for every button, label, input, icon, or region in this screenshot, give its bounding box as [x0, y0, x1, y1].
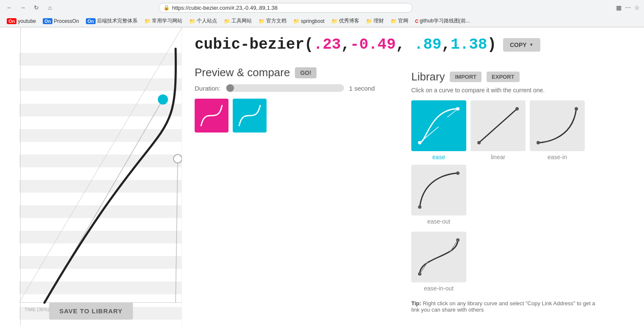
svg-line-16: [420, 261, 428, 274]
library-section: Library IMPORT EXPORT Click on a curve t…: [411, 70, 631, 313]
bookmark-github[interactable]: C github学习路线图(前...: [413, 17, 473, 25]
svg-line-2: [176, 159, 178, 303]
preview-box-teal[interactable]: [233, 99, 267, 133]
curve-thumb-ease-out: [411, 165, 466, 215]
two-col-layout: Preview & compare GO! Duration: 1 second: [195, 66, 631, 313]
curve-canvas[interactable]: PROGRESSION (111%) TIME (36%): [0, 28, 182, 326]
bookmark-tools-label: 工具网站: [231, 17, 252, 25]
bookmark-springboot[interactable]: 📁 springboot: [291, 17, 327, 25]
folder-icon-4: 📁: [259, 18, 265, 24]
title-suffix: ): [487, 36, 496, 53]
svg-point-12: [418, 205, 421, 209]
preview-title: Preview & compare: [195, 66, 290, 79]
control-point-p2: [173, 155, 182, 163]
bookmark-finance[interactable]: 📁 理财: [363, 17, 386, 25]
bookmark-tools[interactable]: 📁 工具网站: [221, 17, 254, 25]
reload-button[interactable]: ↻: [31, 3, 41, 13]
bookmark-backend-label: 后端技术完整体系: [97, 17, 138, 25]
bookmark-learning-label: 常用学习网站: [152, 17, 182, 25]
bookmark-processon-label: ProcessOn: [54, 18, 79, 24]
library-title: Library: [411, 70, 445, 83]
qr-icon[interactable]: ▦: [616, 4, 622, 11]
bookmark-docs[interactable]: 📁 官方文档: [256, 17, 289, 25]
processon-badge: On: [43, 18, 52, 24]
back-button[interactable]: ←: [4, 3, 14, 13]
bookmark-personal[interactable]: 📁 个人站点: [187, 17, 220, 25]
preview-col: Preview & compare GO! Duration: 1 second: [195, 66, 394, 313]
bookmark-blog-label: 优秀博客: [339, 17, 359, 25]
bookmark-official[interactable]: 📁 官网: [388, 17, 411, 25]
copy-button[interactable]: COPY ▼: [503, 38, 540, 52]
tip-section: Tip: Right click on any library curve an…: [411, 300, 602, 313]
curve-card-ease-out[interactable]: ease-out: [411, 165, 466, 225]
bookmark-learning[interactable]: 📁 常用学习网站: [142, 17, 185, 25]
save-to-library-button[interactable]: SAVE TO LIBRARY: [49, 302, 133, 320]
ease-in-curve-svg: [534, 105, 581, 147]
param-p2y: 1.38: [451, 36, 487, 53]
svg-point-11: [575, 107, 578, 111]
export-button[interactable]: EXPORT: [487, 72, 519, 82]
curve-card-ease[interactable]: ease: [411, 100, 466, 160]
bookmark-docs-label: 官方文档: [266, 17, 286, 25]
curve-card-linear[interactable]: linear: [471, 100, 526, 160]
browser-chrome: ← → ↻ ⌂ 🔒 https://cubic-bezier.com/#.23,…: [0, 0, 644, 28]
save-to-library-container: SAVE TO LIBRARY: [49, 298, 133, 320]
curve-thumb-ease: [411, 100, 466, 151]
tip-text: Right click on any library curve and sel…: [411, 300, 595, 313]
ease-curve-svg: [416, 105, 462, 147]
folder-icon-8: 📁: [391, 18, 397, 24]
preview-box-pink[interactable]: [195, 99, 228, 133]
title-comma2: ,: [396, 36, 414, 53]
browser-toolbar: ← → ↻ ⌂ 🔒 https://cubic-bezier.com/#.23,…: [0, 0, 644, 15]
star-icon[interactable]: ☆: [634, 4, 640, 11]
lock-icon: 🔒: [163, 5, 170, 11]
bookmark-youtube-label: youtube: [18, 18, 36, 24]
curve-label-linear: linear: [491, 154, 505, 160]
curve-card-ease-in[interactable]: ease-in: [530, 100, 585, 160]
copy-label: COPY: [510, 41, 527, 48]
home-button[interactable]: ⌂: [45, 3, 55, 13]
param-p1y: -0.49: [350, 36, 396, 53]
right-panel: cubic-bezier(.23,-0.49, .89,1.38) COPY ▼…: [182, 28, 644, 326]
bookmark-processon[interactable]: On ProcessOn: [40, 17, 82, 25]
title-comma1: ,: [341, 36, 350, 53]
curve-label-ease-out: ease-out: [427, 218, 450, 225]
copy-dropdown-arrow: ▼: [529, 42, 534, 47]
bookmark-finance-label: 理财: [374, 17, 384, 25]
duration-slider-handle: [226, 84, 234, 92]
curve-card-ease-in-out[interactable]: ease-in-out: [411, 232, 466, 292]
bookmark-personal-label: 个人站点: [197, 17, 217, 25]
svg-line-0: [19, 28, 182, 303]
folder-icon-1: 📁: [144, 18, 151, 24]
svg-point-8: [477, 141, 481, 144]
bookmark-backend[interactable]: On 后端技术完整体系: [83, 17, 140, 25]
library-col: Library IMPORT EXPORT Click on a curve t…: [411, 66, 631, 313]
backend-badge: On: [86, 18, 96, 24]
folder-icon-6: 📁: [331, 18, 338, 24]
tip-label: Tip:: [411, 300, 421, 307]
svg-line-17: [449, 240, 458, 253]
bookmark-github-label: github学习路线图(前...: [420, 17, 470, 25]
bookmark-springboot-label: springboot: [301, 18, 325, 24]
youtube-badge: On: [7, 18, 17, 24]
curve-label-ease-in: ease-in: [548, 154, 567, 160]
bezier-svg[interactable]: [19, 28, 182, 326]
svg-point-13: [456, 171, 460, 175]
address-bar[interactable]: 🔒 https://cubic-bezier.com/#.23,-0.49,.8…: [159, 3, 413, 13]
github-badge: C: [415, 19, 418, 24]
library-header: Library IMPORT EXPORT: [411, 70, 631, 83]
param-p1x: .23: [314, 36, 341, 53]
pink-curve-svg: [199, 103, 224, 128]
main-content: PROGRESSION (111%) TIME (36%): [0, 28, 644, 326]
folder-icon-3: 📁: [224, 18, 230, 24]
curve-thumb-linear: [471, 100, 526, 151]
linear-curve-svg: [475, 105, 521, 147]
duration-slider[interactable]: [226, 84, 344, 92]
menu-icon[interactable]: ⋯: [625, 4, 631, 11]
folder-icon-5: 📁: [293, 18, 300, 24]
forward-button[interactable]: →: [18, 3, 28, 13]
import-button[interactable]: IMPORT: [450, 72, 482, 82]
bookmark-blog[interactable]: 📁 优秀博客: [329, 17, 362, 25]
go-button[interactable]: GO!: [295, 67, 316, 78]
bookmark-youtube[interactable]: On youtube: [4, 17, 39, 25]
